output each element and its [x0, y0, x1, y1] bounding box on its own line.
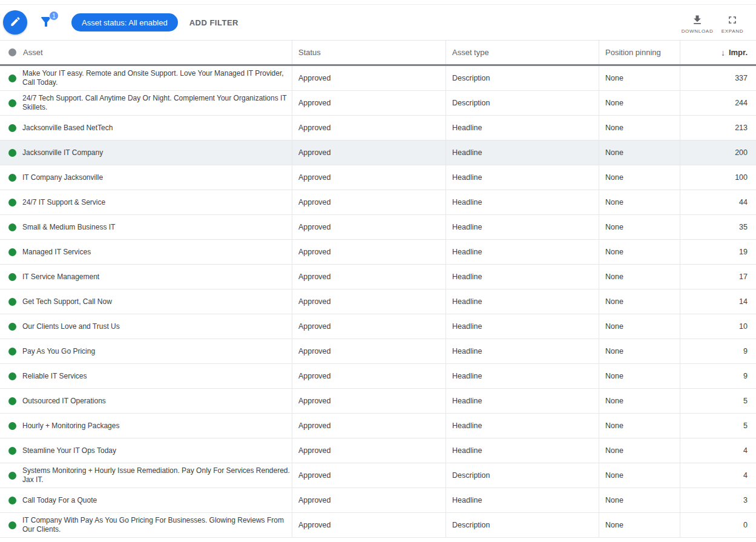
- table-row[interactable]: IT Company Jacksonville Approved Headlin…: [0, 165, 756, 190]
- table-row[interactable]: Systems Monitoring + Hourly Issue Remedi…: [0, 463, 756, 488]
- position-pinning-cell: None: [599, 240, 680, 264]
- column-header-position-pinning-label: Position pinning: [605, 48, 661, 57]
- asset-cell: Hourly + Monitoring Packages: [0, 414, 292, 438]
- asset-text: 24/7 IT Support & Service: [22, 198, 105, 207]
- asset-text: IT Service Management: [22, 273, 99, 282]
- status-cell: Approved: [292, 488, 446, 512]
- enabled-status-dot-icon[interactable]: [8, 472, 16, 480]
- asset-cell: 24/7 Tech Support. Call Anytime Day Or N…: [0, 91, 292, 115]
- asset-type-cell: Headline: [446, 364, 599, 388]
- asset-cell: Systems Monitoring + Hourly Issue Remedi…: [0, 463, 292, 487]
- impressions-cell: 337: [680, 66, 756, 90]
- impressions-cell: 44: [680, 190, 756, 214]
- table-row[interactable]: Make Your IT easy. Remote and Onsite Sup…: [0, 66, 756, 91]
- enabled-status-dot-icon[interactable]: [8, 174, 16, 182]
- table-toolbar: 1 Asset status: All enabled ADD FILTER D…: [0, 5, 756, 41]
- enabled-status-dot-icon[interactable]: [8, 447, 16, 455]
- sort-descending-arrow-icon: ↓: [721, 48, 725, 58]
- table-body: Make Your IT easy. Remote and Onsite Sup…: [0, 66, 756, 538]
- column-header-impressions[interactable]: ↓ Impr.: [680, 41, 756, 64]
- asset-type-cell: Headline: [446, 314, 599, 339]
- asset-cell: Small & Medium Business IT: [0, 215, 292, 239]
- column-header-position-pinning[interactable]: Position pinning: [599, 41, 680, 64]
- table-row[interactable]: IT Company With Pay As You Go Pricing Fo…: [0, 513, 756, 538]
- status-cell: Approved: [292, 339, 446, 363]
- enabled-status-dot-icon[interactable]: [8, 323, 16, 331]
- table-row[interactable]: Steamline Your IT Ops Today Approved Hea…: [0, 438, 756, 463]
- asset-status-filter-chip[interactable]: Asset status: All enabled: [71, 13, 178, 31]
- expand-label: EXPAND: [721, 28, 744, 34]
- position-pinning-cell: None: [599, 66, 680, 90]
- enabled-status-dot-icon[interactable]: [8, 521, 16, 529]
- asset-cell: Jacksonville Based NetTech: [0, 116, 292, 140]
- status-cell: Approved: [292, 314, 446, 339]
- asset-cell: IT Company With Pay As You Go Pricing Fo…: [0, 513, 292, 537]
- enabled-status-dot-icon[interactable]: [8, 223, 16, 231]
- status-cell: Approved: [292, 463, 446, 487]
- table-row[interactable]: Hourly + Monitoring Packages Approved He…: [0, 414, 756, 438]
- impressions-cell: 9: [680, 364, 756, 388]
- column-header-status[interactable]: Status: [292, 41, 446, 64]
- status-cell: Approved: [292, 414, 446, 438]
- column-header-asset-type[interactable]: Asset type: [446, 41, 599, 64]
- asset-cell: IT Service Management: [0, 265, 292, 289]
- position-pinning-cell: None: [599, 215, 680, 239]
- table-row[interactable]: Call Today For a Quote Approved Headline…: [0, 488, 756, 513]
- position-pinning-cell: None: [599, 289, 680, 314]
- table-row[interactable]: Pay As You Go Pricing Approved Headline …: [0, 339, 756, 364]
- enabled-status-dot-icon[interactable]: [8, 124, 16, 132]
- table-row[interactable]: Reliable IT Services Approved Headline N…: [0, 364, 756, 389]
- asset-text: Get Tech Support, Call Now: [22, 297, 112, 306]
- table-header-row: Asset Status Asset type Position pinning…: [0, 41, 756, 66]
- position-pinning-cell: None: [599, 438, 680, 463]
- table-row[interactable]: Jacksonville Based NetTech Approved Head…: [0, 116, 756, 140]
- table-row[interactable]: Small & Medium Business IT Approved Head…: [0, 215, 756, 240]
- top-divider: [0, 0, 756, 5]
- enabled-status-dot-icon[interactable]: [8, 199, 16, 207]
- status-cell: Approved: [292, 66, 446, 90]
- asset-text: Jacksonville IT Company: [22, 148, 103, 157]
- asset-cell: Call Today For a Quote: [0, 488, 292, 512]
- column-header-asset[interactable]: Asset: [0, 41, 292, 64]
- table-row[interactable]: Get Tech Support, Call Now Approved Head…: [0, 289, 756, 314]
- enabled-status-dot-icon[interactable]: [8, 298, 16, 306]
- status-cell: Approved: [292, 265, 446, 289]
- table-row[interactable]: IT Service Management Approved Headline …: [0, 265, 756, 289]
- expand-button[interactable]: EXPAND: [715, 14, 750, 34]
- enabled-status-dot-icon[interactable]: [8, 372, 16, 380]
- enabled-status-dot-icon[interactable]: [8, 422, 16, 430]
- table-row[interactable]: Outsourced IT Operations Approved Headli…: [0, 389, 756, 414]
- download-label: DOWNLOAD: [682, 28, 714, 34]
- asset-type-cell: Headline: [446, 339, 599, 363]
- enabled-status-dot-icon[interactable]: [8, 273, 16, 281]
- table-row[interactable]: 24/7 IT Support & Service Approved Headl…: [0, 190, 756, 215]
- toolbar-right-group: DOWNLOAD EXPAND: [680, 12, 756, 34]
- asset-type-cell: Headline: [446, 438, 599, 463]
- download-button[interactable]: DOWNLOAD: [680, 14, 715, 34]
- enabled-status-dot-icon[interactable]: [8, 248, 16, 256]
- asset-cell: Reliable IT Services: [0, 364, 292, 388]
- asset-text: Call Today For a Quote: [22, 496, 97, 505]
- enabled-status-dot-icon[interactable]: [8, 348, 16, 355]
- position-pinning-cell: None: [599, 165, 680, 190]
- enabled-status-dot-icon[interactable]: [8, 99, 16, 107]
- position-pinning-cell: None: [599, 513, 680, 537]
- enabled-status-dot-icon[interactable]: [8, 149, 16, 157]
- asset-text: 24/7 Tech Support. Call Anytime Day Or N…: [22, 94, 290, 112]
- edit-button[interactable]: [3, 10, 27, 35]
- asset-text: Outsourced IT Operations: [22, 397, 106, 406]
- asset-text: Small & Medium Business IT: [22, 223, 115, 232]
- table-row[interactable]: 24/7 Tech Support. Call Anytime Day Or N…: [0, 91, 756, 116]
- table-row[interactable]: Jacksonville IT Company Approved Headlin…: [0, 140, 756, 165]
- position-pinning-cell: None: [599, 389, 680, 413]
- enabled-status-dot-icon[interactable]: [8, 397, 16, 405]
- enabled-status-dot-icon[interactable]: [8, 74, 16, 82]
- filter-button[interactable]: 1: [39, 15, 53, 30]
- add-filter-button[interactable]: ADD FILTER: [189, 18, 238, 27]
- enabled-status-dot-icon[interactable]: [8, 497, 16, 504]
- table-row[interactable]: Managed IT Services Approved Headline No…: [0, 240, 756, 265]
- filter-count-badge: 1: [49, 11, 59, 21]
- asset-type-cell: Description: [446, 463, 599, 487]
- asset-type-cell: Headline: [446, 165, 599, 190]
- table-row[interactable]: Our Clients Love and Trust Us Approved H…: [0, 314, 756, 339]
